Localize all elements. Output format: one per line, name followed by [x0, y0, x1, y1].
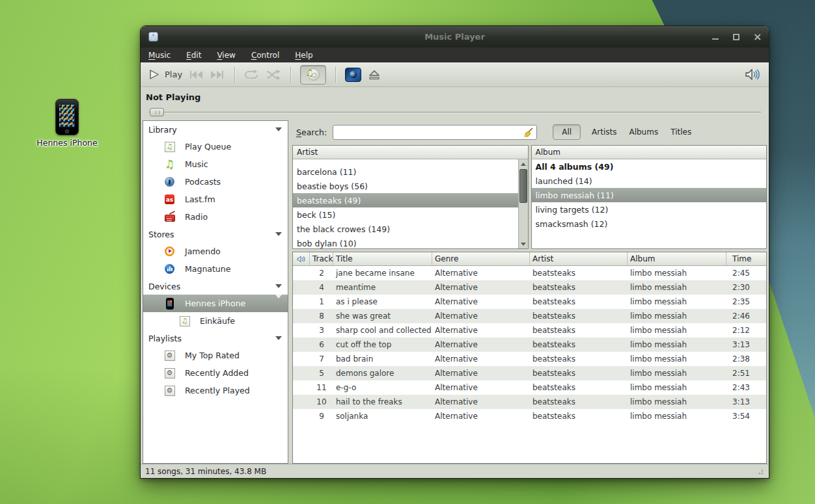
artist-column-header[interactable]: Artist: [293, 146, 528, 159]
scrollbar-thumb[interactable]: [519, 169, 527, 203]
sidebar-item-hennes-iphone[interactable]: Hennes iPhone: [143, 295, 288, 312]
artist-row[interactable]: barcelona (11): [293, 165, 518, 179]
album-row-selected[interactable]: limbo messiah (11): [532, 188, 767, 202]
album-row[interactable]: launched (14): [532, 174, 767, 188]
purchases-icon: ♫: [180, 316, 190, 326]
filter-artists-button[interactable]: Artists: [590, 125, 618, 139]
track-row[interactable]: 9soljankaAlternativebeatsteakslimbo mess…: [293, 409, 766, 423]
next-button[interactable]: [210, 70, 225, 79]
track-row[interactable]: 10hail to the freaksAlternativebeatsteak…: [293, 395, 766, 409]
repeat-button[interactable]: [244, 70, 260, 80]
playing-indicator-column-header[interactable]: [293, 252, 310, 265]
jamendo-icon: [165, 246, 174, 256]
window-title: Music Player: [141, 32, 769, 42]
shuffle-icon: [266, 70, 281, 80]
column-header-time[interactable]: Time: [726, 252, 766, 265]
track-row[interactable]: 6cut off the topAlternativebeatsteakslim…: [293, 338, 766, 352]
sidebar-item-music[interactable]: ♫ Music: [143, 155, 288, 173]
sidebar-item-lastfm[interactable]: as Last.fm: [143, 191, 288, 208]
iphone-home-button: [65, 129, 69, 133]
seek-handle[interactable]: [150, 108, 164, 116]
sidebar-item-podcasts[interactable]: Podcasts: [143, 173, 288, 191]
album-column-header[interactable]: Album: [532, 146, 767, 159]
menu-music[interactable]: Music: [148, 51, 179, 60]
album-list: All 4 albums (49) launched (14) limbo me…: [532, 159, 767, 248]
minimize-button[interactable]: [711, 33, 719, 41]
sidebar-item-recently-added[interactable]: ⚙ Recently Added: [143, 364, 288, 382]
seek-slider[interactable]: [147, 108, 762, 117]
eject-button[interactable]: [367, 69, 381, 80]
column-header-album[interactable]: Album: [628, 252, 726, 265]
auto-playlist-gear-icon: ⚙: [165, 386, 175, 396]
chevron-down-icon: [275, 284, 282, 288]
magnatune-icon: [165, 264, 174, 274]
resize-grip[interactable]: [756, 467, 764, 475]
previous-icon: [188, 70, 204, 79]
menu-view[interactable]: View: [217, 51, 243, 60]
browse-toggle-button[interactable]: ♫: [300, 65, 326, 85]
track-rows: 2jane became insaneAlternativebeatsteaks…: [293, 266, 766, 463]
track-row[interactable]: 5demons galoreAlternativebeatsteakslimbo…: [293, 366, 766, 380]
toolbar-separator: [290, 67, 291, 83]
shuffle-button[interactable]: [266, 70, 281, 80]
close-button[interactable]: ×: [753, 33, 761, 41]
music-note-icon: ♫: [305, 68, 314, 78]
menu-control[interactable]: Control: [251, 51, 288, 60]
column-header-title[interactable]: Title: [333, 252, 432, 265]
iphone-screen: [59, 105, 75, 127]
previous-button[interactable]: [188, 70, 204, 79]
toolbar-separator: [335, 67, 336, 83]
sidebar-item-magnatune[interactable]: Magnatune: [143, 260, 288, 278]
track-row[interactable]: 2jane became insaneAlternativebeatsteaks…: [293, 266, 766, 280]
search-input[interactable]: [333, 125, 537, 140]
scroll-down-arrow[interactable]: [519, 239, 528, 248]
sidebar-item-radio[interactable]: Radio: [143, 208, 288, 226]
track-row[interactable]: 7bad brainAlternativebeatsteakslimbo mes…: [293, 352, 766, 366]
menu-help[interactable]: Help: [295, 51, 321, 60]
artist-row[interactable]: beastie boys (56): [293, 179, 518, 193]
track-row[interactable]: 8she was greatAlternativebeatsteakslimbo…: [293, 309, 766, 323]
track-row[interactable]: 4meantimeAlternativebeatsteakslimbo mess…: [293, 280, 766, 295]
track-row[interactable]: 1as i pleaseAlternativebeatsteakslimbo m…: [293, 295, 766, 309]
column-header-artist[interactable]: Artist: [530, 252, 628, 265]
sidebar-item-jamendo[interactable]: Jamendo: [143, 243, 288, 260]
artist-scrollbar[interactable]: [518, 159, 528, 248]
artist-list: barcelona (11) beastie boys (56) beatste…: [293, 159, 518, 248]
artist-row[interactable]: beck (15): [293, 207, 518, 222]
playlists-section-header[interactable]: Playlists: [143, 330, 288, 347]
volume-button[interactable]: [745, 68, 762, 81]
artist-row[interactable]: bob dylan (10): [293, 236, 518, 249]
play-button[interactable]: Play: [148, 68, 182, 81]
filter-albums-button[interactable]: Albums: [628, 125, 659, 139]
scroll-up-arrow[interactable]: [519, 159, 528, 168]
play-label: Play: [165, 70, 182, 79]
column-header-track[interactable]: Track: [310, 252, 333, 265]
sidebar-item-einkaeufe[interactable]: ♫ Einkäufe: [143, 312, 288, 330]
filter-titles-button[interactable]: Titles: [669, 125, 693, 139]
search-row: Search: All Artists Albums Titles: [292, 122, 767, 142]
artist-row[interactable]: the black crowes (149): [293, 222, 518, 236]
sidebar-item-recently-played[interactable]: ⚙ Recently Played: [143, 382, 288, 399]
device-display-button[interactable]: [345, 68, 361, 82]
maximize-button[interactable]: [732, 33, 740, 41]
album-row-all[interactable]: All 4 albums (49): [532, 159, 767, 174]
library-section-header[interactable]: Library: [143, 121, 288, 138]
menu-edit[interactable]: Edit: [186, 51, 210, 60]
column-header-genre[interactable]: Genre: [432, 252, 530, 265]
track-row[interactable]: 11e-g-oAlternativebeatsteakslimbo messia…: [293, 380, 766, 395]
album-row[interactable]: living targets (12): [532, 202, 767, 217]
clear-search-icon[interactable]: [523, 127, 534, 140]
filter-all-button[interactable]: All: [553, 124, 581, 140]
stores-section-header[interactable]: Stores: [143, 226, 288, 243]
artist-row-selected[interactable]: beatsteaks (49): [293, 193, 518, 207]
titlebar[interactable]: Music Player ×: [141, 26, 769, 47]
desktop-icon-hennes-iphone[interactable]: Hennes iPhone: [29, 99, 105, 148]
album-row[interactable]: smacksmash (12): [532, 217, 767, 231]
chevron-down-icon: [275, 336, 282, 340]
sidebar-item-my-top-rated[interactable]: ⚙ My Top Rated: [143, 347, 288, 364]
track-list-header: Track Title Genre Artist Album Time: [293, 252, 766, 266]
devices-section-header[interactable]: Devices: [143, 278, 288, 295]
sidebar-item-play-queue[interactable]: ♫ Play Queue: [143, 138, 288, 155]
track-row[interactable]: 3sharp cool and collectedAlternativebeat…: [293, 323, 766, 338]
radio-icon: [165, 215, 175, 222]
